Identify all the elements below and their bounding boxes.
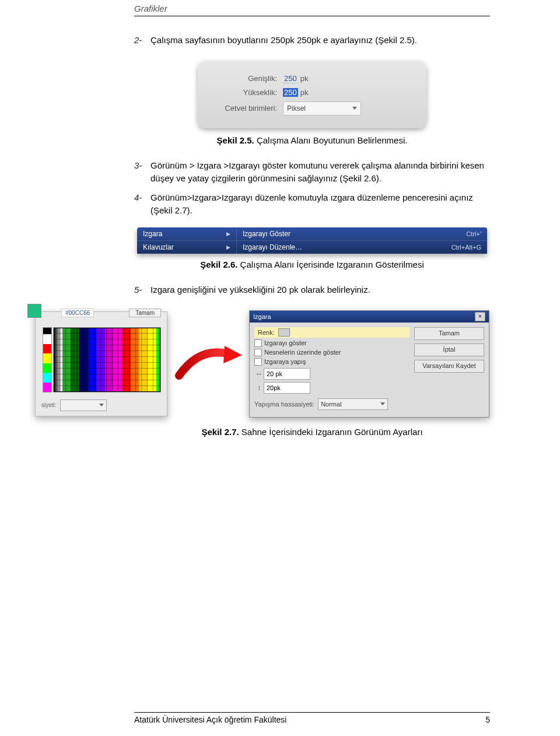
item-number: 2-: [134, 34, 150, 47]
caption-2-5: Şekil 2.5. Çalışma Alanı Boyutunun Belir…: [134, 135, 490, 145]
list-item: 4- Görünüm>Izgara>Izgarayı düzenle komut…: [134, 191, 490, 217]
caption-text: Sahne İçerisindeki Izgaranın Görünüm Aya…: [239, 427, 423, 437]
palette-bottom-label: siyeti:: [41, 402, 57, 408]
ruler-units-value: Piksel: [287, 104, 306, 113]
palette-bottom-select[interactable]: [60, 399, 107, 411]
snap-select[interactable]: Normal: [318, 398, 388, 410]
chevron-down-icon: [352, 107, 357, 110]
checkbox-label: Izgaraya yapış: [264, 358, 306, 365]
item-number: 5-: [134, 283, 150, 296]
checkbox-show-grid[interactable]: [254, 339, 262, 347]
color-palette[interactable]: #00CC66 Tamam siyeti:: [35, 311, 167, 416]
item-number: 4-: [134, 191, 150, 217]
ruler-units-label: Cetvel birimleri:: [207, 104, 283, 113]
save-default-button[interactable]: Varsayılanı Kaydet: [414, 360, 484, 373]
page-footer: Atatürk Üniversitesi Açık öğretim Fakült…: [134, 712, 490, 724]
menu-label: Izgara: [143, 230, 162, 238]
menu-item-izgarayi-goster[interactable]: Izgarayı Göster Ctrl+': [237, 227, 487, 240]
menu-shortcut: Ctrl+Alt+G: [452, 244, 481, 251]
menu-screenshot: Izgara ▶ Kılavuzlar ▶ Izgarayı Göster Ct…: [137, 227, 487, 254]
chevron-right-icon: ▶: [226, 244, 230, 250]
hex-field[interactable]: #00CC66: [61, 309, 94, 317]
chevron-down-icon: [99, 404, 104, 406]
snap-label: Yapışma hassasiyeti:: [254, 401, 314, 408]
menu-item-kilavuzlar[interactable]: Kılavuzlar ▶: [137, 240, 236, 254]
menu-shortcut: Ctrl+': [466, 230, 481, 237]
ok-button[interactable]: Tamam: [414, 327, 484, 340]
item-number: 3-: [134, 159, 150, 185]
caption-text: Çalışma Alanı İçerisinde Izgaranın Göste…: [237, 260, 424, 269]
header-rule: [134, 16, 490, 16]
menu-label: Izgarayı Düzenle…: [243, 243, 302, 251]
page-header: Grafikler: [134, 0, 490, 13]
palette-ok-button[interactable]: Tamam: [129, 309, 161, 317]
caption-number: Şekil 2.7.: [201, 427, 239, 437]
item-text: Çalışma sayfasının boyutlarını 250pk 250…: [150, 34, 490, 47]
palette-base-colors[interactable]: [43, 327, 52, 392]
height-field[interactable]: 250: [283, 88, 298, 97]
figure-2-7: #00CC66 Tamam siyeti:: [35, 310, 490, 418]
caption-2-6: Şekil 2.6. Çalışma Alanı İçerisinde Izga…: [134, 260, 490, 269]
checkbox-label: Nesnelerin üzerinde göster: [264, 349, 341, 356]
chevron-down-icon: [380, 402, 385, 405]
item-text: Görünüm>Izgara>Izgarayı düzenle komutuyl…: [150, 191, 490, 217]
height-unit: pk: [300, 88, 309, 97]
menu-item-izgara[interactable]: Izgara ▶: [137, 227, 236, 240]
height-label: Yükseklik:: [207, 88, 283, 97]
checkbox-label: Izgarayı göster: [264, 339, 307, 346]
close-button[interactable]: ×: [475, 312, 485, 321]
checkbox-over-objects[interactable]: [254, 349, 262, 356]
width-label: Genişlik:: [207, 74, 283, 83]
menu-label: Izgarayı Göster: [243, 230, 290, 238]
color-swatch[interactable]: [278, 328, 290, 337]
vertical-arrow-icon: ↕: [254, 384, 264, 392]
size-panel: Genişlik: 250 pk Yükseklik: 250 pk Cetve…: [198, 61, 426, 128]
width-field[interactable]: 250: [283, 74, 298, 83]
grid-width-input[interactable]: [264, 368, 310, 380]
dialog-titlebar: Izgara ×: [250, 311, 489, 323]
caption-2-7: Şekil 2.7. Sahne İçerisindeki Izgaranın …: [134, 427, 490, 437]
snap-value: Normal: [321, 401, 341, 408]
caption-number: Şekil 2.5.: [217, 135, 254, 145]
dialog-title-text: Izgara: [253, 313, 271, 320]
cancel-button[interactable]: İptal: [414, 344, 484, 356]
width-unit: pk: [300, 74, 309, 83]
checkbox-snap-grid[interactable]: [254, 358, 262, 366]
menu-item-izgarayi-duzenle[interactable]: Izgarayı Düzenle… Ctrl+Alt+G: [237, 240, 487, 254]
arrow-icon: [173, 344, 243, 384]
item-text: Izgara genişliğini ve yüksekliğini 20 pk…: [150, 283, 490, 296]
caption-number: Şekil 2.6.: [200, 260, 237, 269]
footer-rule: [134, 712, 490, 713]
menu-label: Kılavuzlar: [143, 243, 174, 251]
palette-grid[interactable]: [53, 327, 161, 392]
caption-text: Çalışma Alanı Boyutunun Belirlenmesi.: [254, 135, 408, 145]
list-item: 2- Çalışma sayfasının boyutlarını 250pk …: [134, 34, 490, 47]
color-row: Renk:: [254, 327, 410, 338]
chevron-right-icon: ▶: [226, 231, 230, 237]
list-item: 5- Izgara genişliğini ve yüksekliğini 20…: [134, 283, 490, 296]
horizontal-arrow-icon: ↔: [254, 370, 264, 378]
grid-dialog: Izgara × Renk: Izgarayı göster Nesneler: [249, 310, 489, 418]
footer-left: Atatürk Üniversitesi Açık öğretim Fakült…: [134, 715, 286, 724]
page-number: 5: [485, 715, 490, 724]
grid-height-input[interactable]: [264, 382, 310, 394]
current-color-swatch[interactable]: [27, 304, 41, 318]
list-item: 3- Görünüm > Izgara >Izgarayı göster kom…: [134, 159, 490, 185]
item-text: Görünüm > Izgara >Izgarayı göster komutu…: [150, 159, 490, 185]
color-label: Renk:: [258, 329, 275, 336]
ruler-units-select[interactable]: Piksel: [283, 101, 361, 115]
